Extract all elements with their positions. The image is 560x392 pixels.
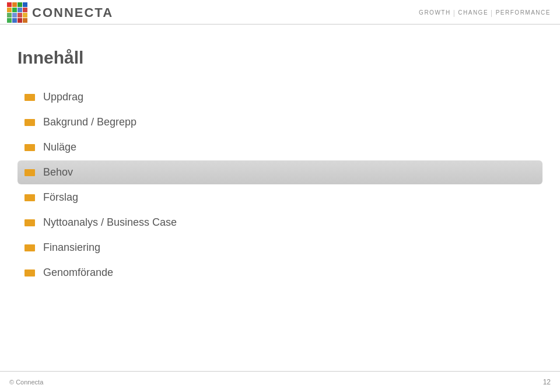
menu-item-label-forslag: Förslag [43, 191, 78, 204]
menu-item-label-behov: Behov [43, 166, 73, 178]
footer-page-number: 12 [543, 378, 551, 386]
menu-item-label-genomforande: Genomförande [43, 267, 113, 279]
bullet-icon-uppdrag [24, 94, 35, 101]
bullet-icon-nyttoanalys [24, 219, 35, 226]
page-title: Innehåll [18, 48, 542, 68]
menu-item-bakgrund[interactable]: Bakgrund / Begrepp [18, 110, 542, 134]
menu-item-label-finansiering: Finansiering [43, 242, 100, 254]
menu-item-nyttoanalys[interactable]: Nyttoanalys / Business Case [18, 211, 542, 235]
tagline-sep2: | [491, 9, 494, 17]
logo-area: CONNECTA [7, 2, 113, 23]
bullet-icon-behov [24, 169, 35, 176]
logo-text: CONNECTA [32, 5, 113, 20]
tagline-change: CHANGE [458, 9, 488, 16]
bullet-icon-bakgrund [24, 119, 35, 126]
bullet-icon-forslag [24, 194, 35, 201]
menu-item-nulage[interactable]: Nuläge [18, 135, 542, 159]
menu-list: UppdragBakgrund / BegreppNulägeBehovFörs… [18, 85, 542, 285]
menu-item-behov[interactable]: Behov [18, 160, 542, 184]
bullet-icon-finansiering [24, 244, 35, 251]
menu-item-label-nulage: Nuläge [43, 141, 76, 153]
tagline-performance: PERFORMANCE [496, 9, 551, 16]
header: CONNECTA GROWTH | CHANGE | PERFORMANCE [0, 0, 560, 24]
tagline-sep1: | [453, 9, 456, 17]
menu-item-genomforande[interactable]: Genomförande [18, 261, 542, 285]
menu-item-label-bakgrund: Bakgrund / Begrepp [43, 116, 136, 128]
tagline-growth: GROWTH [419, 9, 451, 16]
footer: © Connecta 12 [0, 371, 560, 392]
logo-grid-icon [7, 2, 27, 23]
menu-item-label-nyttoanalys: Nyttoanalys / Business Case [43, 216, 177, 229]
menu-item-uppdrag[interactable]: Uppdrag [18, 85, 542, 109]
menu-item-label-uppdrag: Uppdrag [43, 91, 83, 103]
footer-copyright: © Connecta [9, 379, 43, 386]
menu-item-forslag[interactable]: Förslag [18, 186, 542, 209]
main-content: Innehåll UppdragBakgrund / BegreppNuläge… [0, 24, 560, 298]
menu-item-finansiering[interactable]: Finansiering [18, 236, 542, 260]
bullet-icon-genomforande [24, 270, 35, 276]
tagline: GROWTH | CHANGE | PERFORMANCE [419, 9, 551, 17]
bullet-icon-nulage [24, 144, 35, 151]
